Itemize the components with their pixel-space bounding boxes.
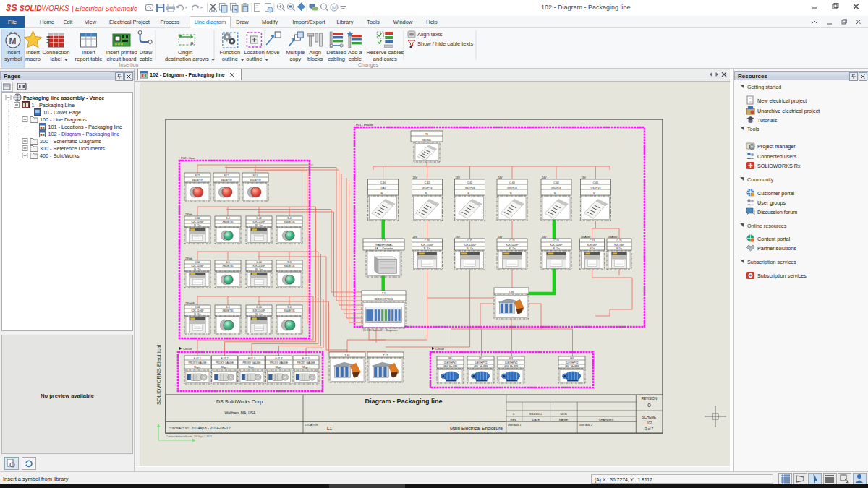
svg-text:10 - Cover Page: 10 - Cover Page bbox=[43, 109, 81, 116]
svg-text:PROXY GAUGE: PROXY GAUGE bbox=[297, 361, 316, 364]
svg-text:M4: M4 bbox=[570, 357, 574, 360]
svg-text:N Ds: N Ds bbox=[194, 224, 201, 227]
svg-text:C-71: C-71 bbox=[467, 239, 472, 242]
svg-text:48V Ms RPf: 48V Ms RPf bbox=[474, 365, 488, 368]
svg-text:circuit board: circuit board bbox=[107, 56, 137, 62]
svg-text:102: 102 bbox=[647, 421, 652, 425]
svg-text:1xxAxx0: 1xxAxx0 bbox=[608, 236, 618, 239]
svg-text:F-01-4: F-01-4 bbox=[276, 357, 283, 360]
svg-text:N: N bbox=[510, 192, 514, 195]
svg-text:NA ME: NA ME bbox=[559, 418, 569, 421]
svg-text:Connection: Connection bbox=[43, 49, 70, 56]
svg-text:C-61: C-61 bbox=[425, 181, 430, 184]
svg-text:N Ds: N Ds bbox=[255, 313, 263, 316]
svg-text:Insertion: Insertion bbox=[119, 62, 139, 67]
svg-text:N Ds: N Ds bbox=[590, 247, 595, 250]
svg-text:K2K-1106P: K2K-1106P bbox=[191, 265, 204, 267]
svg-text:S-13: S-13 bbox=[252, 174, 258, 177]
svg-text:K2K-1106P: K2K-1106P bbox=[252, 221, 265, 223]
svg-text:1LE7/HPV2: 1LE7/HPV2 bbox=[505, 361, 518, 364]
svg-text:Connected users: Connected users bbox=[757, 153, 797, 160]
svg-text:Location: Location bbox=[244, 49, 264, 56]
svg-text:Subscription services: Subscription services bbox=[747, 259, 796, 265]
svg-text:N Ds: N Ds bbox=[255, 224, 263, 227]
svg-text:300 - Reference Documents: 300 - Reference Documents bbox=[40, 145, 105, 152]
svg-text:400 - SolidWorks: 400 - SolidWorks bbox=[40, 153, 80, 159]
svg-text:C-75: C-75 bbox=[616, 239, 621, 242]
svg-text:48V Ms RPf: 48V Ms RPf bbox=[504, 365, 518, 368]
svg-text:K2K-1106P: K2K-1106P bbox=[252, 265, 265, 267]
svg-text:N Ds: N Ds bbox=[194, 313, 201, 316]
svg-text:TRANSF/48VAC: TRANSF/48VAC bbox=[375, 244, 393, 247]
svg-text:24V: 24V bbox=[542, 236, 547, 239]
svg-text:N Ds: N Ds bbox=[424, 247, 431, 250]
svg-text:User data 2: User data 2 bbox=[579, 424, 593, 427]
svg-text:N: N bbox=[554, 192, 558, 195]
svg-text:24V: 24V bbox=[413, 236, 418, 239]
svg-text:GV2/P16: GV2/P16 bbox=[507, 187, 517, 189]
svg-text:Draw: Draw bbox=[140, 49, 153, 56]
svg-text:K2K-06P: K2K-06P bbox=[614, 244, 624, 247]
svg-text:N Ds: N Ds bbox=[194, 268, 201, 271]
svg-text:PROXY GAUGE: PROXY GAUGE bbox=[189, 361, 208, 364]
svg-text:F01 - Enable: F01 - Enable bbox=[356, 123, 374, 127]
svg-text:REV.: REV. bbox=[511, 418, 517, 421]
svg-text:S-12: S-12 bbox=[224, 174, 229, 177]
svg-text:Waltham, MA, USA: Waltham, MA, USA bbox=[225, 411, 257, 415]
svg-text:CHA NGES: CHA NGES bbox=[599, 418, 614, 421]
svg-text:Detailed: Detailed bbox=[326, 49, 346, 56]
svg-text:outline: outline bbox=[222, 56, 238, 62]
svg-text:24Vdc: 24Vdc bbox=[185, 257, 192, 260]
svg-text:S-5: S-5 bbox=[226, 261, 229, 264]
svg-text:N: N bbox=[593, 192, 597, 195]
svg-text:24V: 24V bbox=[498, 176, 503, 179]
svg-text:M: M bbox=[332, 4, 337, 11]
svg-text:Mrgs -: Mrgs - bbox=[302, 366, 310, 369]
svg-text:F-01-1: F-01-1 bbox=[194, 357, 201, 360]
svg-text:K2K-1106P: K2K-1106P bbox=[252, 309, 265, 312]
svg-text:K2K-06P: K2K-06P bbox=[587, 244, 597, 247]
svg-text:XB4/BT31: XB4/BT31 bbox=[284, 221, 295, 223]
svg-text:K2K-1106P: K2K-1106P bbox=[421, 244, 434, 247]
svg-text:Origin -: Origin - bbox=[178, 49, 196, 56]
svg-text:100 - Line Diagrams: 100 - Line Diagrams bbox=[40, 116, 87, 123]
svg-text:DS SolidWorks Corp.: DS SolidWorks Corp. bbox=[216, 399, 264, 405]
svg-text:C-66: C-66 bbox=[256, 306, 261, 309]
svg-text:0: 0 bbox=[647, 402, 651, 408]
svg-text:T-1: T-1 bbox=[382, 292, 386, 295]
svg-text:S-5: S-5 bbox=[287, 261, 291, 264]
svg-text:XB4/BT42: XB4/BT42 bbox=[250, 179, 261, 182]
svg-text:Discussion forum: Discussion forum bbox=[757, 209, 797, 215]
svg-text:8/12/2014: 8/12/2014 bbox=[529, 412, 543, 416]
svg-text:DATE: DATE bbox=[532, 418, 540, 421]
svg-text:T1: T1 bbox=[425, 133, 428, 136]
svg-text:PROXY GAUGE: PROXY GAUGE bbox=[243, 361, 262, 364]
svg-text:24V: 24V bbox=[581, 176, 586, 179]
svg-text:PROXY GAUGE: PROXY GAUGE bbox=[270, 361, 289, 364]
svg-text:Diagram - Packaging line: Diagram - Packaging line bbox=[365, 398, 442, 405]
svg-text:LOCATION:: LOCATION: bbox=[305, 424, 319, 427]
svg-text:Show / hide cable texts: Show / hide cable texts bbox=[417, 40, 473, 47]
svg-text:F02 - Seat: F02 - Seat bbox=[181, 156, 195, 160]
svg-text:24VdcB: 24VdcB bbox=[185, 302, 195, 305]
svg-text:K2K-1106P: K2K-1106P bbox=[506, 244, 519, 247]
svg-text:macro: macro bbox=[25, 56, 41, 62]
svg-text:Online resources: Online resources bbox=[747, 223, 787, 229]
svg-text:Circuit: Circuit bbox=[435, 347, 445, 351]
svg-text:1 - Packaging Line: 1 - Packaging Line bbox=[32, 102, 75, 108]
svg-text:User groups: User groups bbox=[757, 200, 786, 206]
svg-text:Tools: Tools bbox=[747, 126, 760, 132]
svg-text:SCHEME: SCHEME bbox=[642, 416, 656, 419]
svg-text:24V: 24V bbox=[456, 176, 461, 179]
svg-text:200 - Schematic Diagrams: 200 - Schematic Diagrams bbox=[40, 138, 101, 145]
svg-text:Function: Function bbox=[219, 49, 240, 56]
svg-text:Mrgs -: Mrgs - bbox=[221, 366, 229, 369]
svg-text:N: N bbox=[467, 192, 472, 195]
svg-text:XB4/BT31: XB4/BT31 bbox=[222, 221, 234, 223]
svg-text:M: M bbox=[9, 36, 17, 46]
svg-text:M1: M1 bbox=[448, 357, 452, 360]
svg-text:Packaging line assembly - Vanc: Packaging line assembly - Vance bbox=[23, 95, 104, 101]
svg-text:C-62: C-62 bbox=[256, 217, 261, 220]
svg-text:outline: outline bbox=[246, 56, 262, 62]
svg-text:48V Ms RPf: 48V Ms RPf bbox=[443, 365, 457, 368]
